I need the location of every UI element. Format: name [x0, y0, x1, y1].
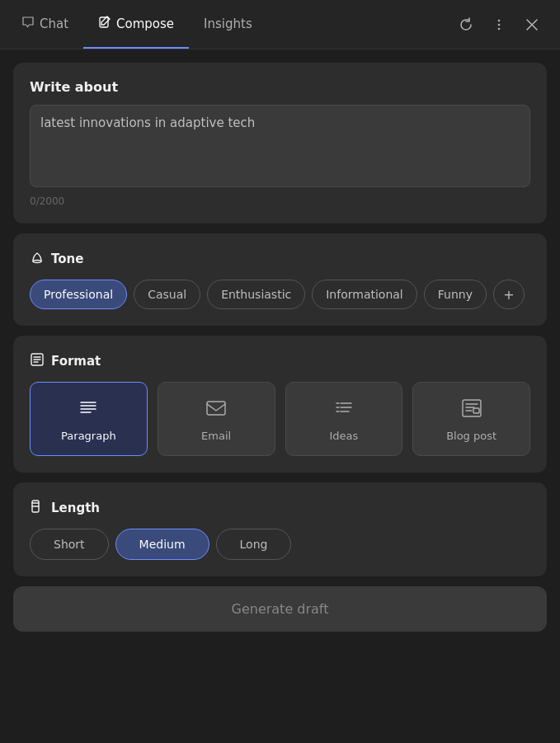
nav-insights-label: Insights	[204, 16, 252, 31]
tone-enthusiastic[interactable]: Enthusiastic	[207, 280, 305, 309]
blog-post-icon	[460, 397, 483, 423]
format-paragraph-label: Paragraph	[61, 430, 116, 442]
tone-icon	[30, 250, 45, 268]
generate-draft-button[interactable]: Generate draft	[13, 586, 547, 632]
format-email[interactable]: Email	[158, 382, 275, 456]
tone-informational[interactable]: Informational	[312, 280, 417, 309]
svg-point-2	[498, 23, 501, 26]
format-label: Format	[51, 354, 101, 369]
svg-point-4	[33, 261, 41, 263]
tone-funny[interactable]: Funny	[424, 280, 487, 309]
tone-section: Tone Professional Casual Enthusiastic In…	[13, 233, 547, 326]
format-blog-post-label: Blog post	[446, 430, 496, 442]
format-paragraph[interactable]: Paragraph	[30, 382, 148, 456]
format-ideas[interactable]: Ideas	[285, 382, 403, 456]
paragraph-icon	[77, 397, 100, 423]
format-icon	[30, 352, 45, 370]
nav-chat-label: Chat	[40, 16, 68, 31]
main-content: Write about 0/2000 Tone Professional Cas…	[0, 49, 560, 743]
format-cards: Paragraph Email Ideas	[30, 382, 530, 456]
length-icon	[30, 499, 45, 517]
top-nav: Chat Compose Insights	[0, 0, 560, 49]
format-section: Format Paragraph Email	[13, 336, 547, 473]
char-count: 0/2000	[30, 195, 530, 207]
nav-item-compose[interactable]: Compose	[83, 0, 189, 49]
refresh-button[interactable]	[451, 10, 481, 40]
svg-rect-8	[473, 408, 479, 413]
length-short[interactable]: Short	[30, 529, 109, 560]
length-section: Length Short Medium Long	[13, 482, 547, 576]
svg-rect-6	[207, 402, 225, 415]
svg-point-3	[498, 27, 501, 30]
more-button[interactable]	[484, 10, 514, 40]
format-blog-post[interactable]: Blog post	[412, 382, 530, 456]
tone-professional[interactable]: Professional	[30, 280, 127, 309]
tone-label: Tone	[51, 252, 83, 266]
nav-compose-label: Compose	[116, 16, 174, 31]
write-about-section: Write about 0/2000	[13, 63, 547, 223]
compose-icon	[98, 16, 111, 32]
ideas-icon	[332, 397, 355, 423]
length-header: Length	[30, 499, 530, 517]
tone-buttons: Professional Casual Enthusiastic Informa…	[30, 280, 530, 309]
tone-header: Tone	[30, 250, 530, 268]
close-button[interactable]	[517, 10, 547, 40]
length-medium[interactable]: Medium	[115, 529, 209, 560]
format-ideas-label: Ideas	[329, 430, 358, 442]
write-about-input[interactable]	[30, 105, 530, 187]
tone-add-button[interactable]: +	[493, 280, 525, 309]
nav-item-chat[interactable]: Chat	[7, 0, 83, 49]
nav-item-insights[interactable]: Insights	[189, 0, 267, 49]
length-long[interactable]: Long	[216, 529, 292, 560]
svg-point-1	[498, 19, 501, 21]
write-about-label: Write about	[30, 79, 530, 95]
chat-icon	[21, 16, 35, 32]
format-email-label: Email	[201, 430, 231, 442]
format-header: Format	[30, 352, 530, 370]
length-label: Length	[51, 501, 100, 515]
length-buttons: Short Medium Long	[30, 529, 530, 560]
tone-casual[interactable]: Casual	[134, 280, 200, 309]
email-icon	[205, 397, 228, 423]
nav-actions	[451, 10, 553, 40]
